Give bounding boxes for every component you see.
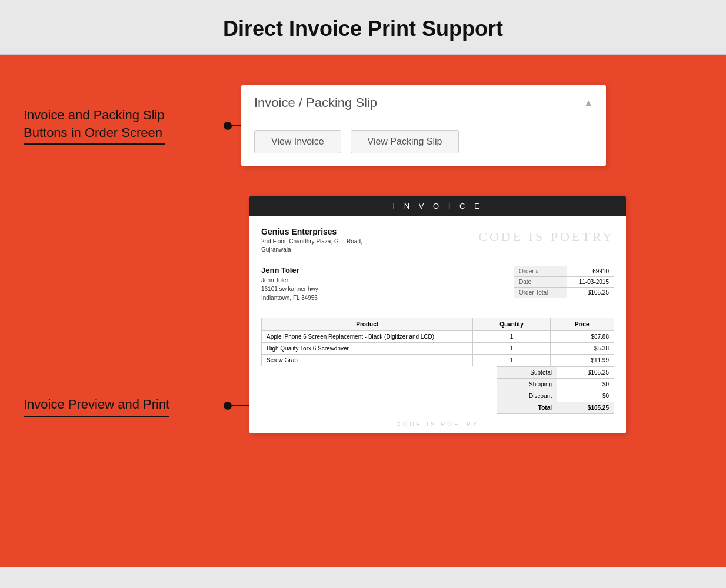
billing-addr-line1: Jenn Toler [261,277,288,283]
col-price: Price [550,318,614,331]
invoice-meta-section: Jenn Toler Jenn Toler 16101 sw kanner hw… [261,266,614,309]
main-content: Invoice and Packing Slip Buttons in Orde… [0,55,726,567]
bottom-label-text: Invoice Preview and Print [24,396,169,417]
item-price: $87.88 [550,331,614,343]
table-row: High Quality Torx 6 Screwdriver1$5.38 [262,343,614,355]
meta-value: $105.25 [567,288,614,298]
company-address-line1: 2nd Floor, Chaudhry Plaza, G.T. Road, [261,238,362,245]
total-value: $105.25 [557,367,614,379]
order-screen-widget: Invoice / Packing Slip ▲ View Invoice Vi… [241,85,606,166]
view-invoice-button[interactable]: View Invoice [254,130,341,153]
total-value: $105.25 [557,402,614,414]
meta-value: 69910 [567,266,614,277]
total-value: $0 [557,379,614,390]
total-row: Shipping$0 [497,379,614,390]
total-row: Subtotal$105.25 [497,367,614,379]
top-label-line2: Buttons in Order Screen [24,125,162,140]
invoice-logo-text: CODE IS POETRY [478,227,614,245]
meta-row: Date11-03-2015 [514,277,614,288]
total-label: Discount [497,390,557,402]
meta-row: Order #69910 [514,266,614,277]
table-row: Screw Grab1$11.99 [262,355,614,366]
meta-label: Date [514,277,567,288]
billing-name: Jenn Toler [261,266,318,275]
widget-arrow-icon: ▲ [584,98,593,108]
invoice-items-table: Product Quantity Price Apple iPhone 6 Sc… [261,318,614,366]
meta-label: Order Total [514,288,567,298]
total-value: $0 [557,390,614,402]
top-connector-dot [224,122,232,130]
item-product: High Quality Torx 6 Screwdriver [262,343,473,355]
invoice-company: Genius Enterprises 2nd Floor, Chaudhry P… [261,227,478,254]
company-address-line2: Gujranwala [261,246,291,253]
bottom-label-block: Invoice Preview and Print [24,196,224,417]
col-product: Product [262,318,473,331]
invoice-billing: Jenn Toler Jenn Toler 16101 sw kanner hw… [261,266,318,302]
bottom-section: Invoice Preview and Print I N V O I C E … [24,196,702,433]
top-connector-line [232,125,241,126]
meta-row: Order Total$105.25 [514,288,614,298]
meta-value: 11-03-2015 [567,277,614,288]
billing-addr-line3: Indiantown, FL 34956 [261,295,318,301]
billing-address: Jenn Toler 16101 sw kanner hwy Indiantow… [261,276,318,302]
top-label-block: Invoice and Packing Slip Buttons in Orde… [24,106,224,145]
company-address: 2nd Floor, Chaudhry Plaza, G.T. Road, Gu… [261,238,478,254]
invoice-header-bar: I N V O I C E [249,196,626,216]
widget-title: Invoice / Packing Slip [254,95,377,111]
top-label-text: Invoice and Packing Slip Buttons in Orde… [24,106,165,145]
bottom-connector-dot [224,402,232,410]
item-qty: 1 [473,331,550,343]
bottom-connector-line [232,405,249,406]
item-product: Screw Grab [262,355,473,366]
item-qty: 1 [473,343,550,355]
view-packing-slip-button[interactable]: View Packing Slip [351,130,459,153]
meta-label: Order # [514,266,567,277]
item-product: Apple iPhone 6 Screen Replacement - Blac… [262,331,473,343]
invoice-card: I N V O I C E Genius Enterprises 2nd Flo… [249,196,626,433]
top-connector [224,122,241,130]
company-name: Genius Enterprises [261,227,478,236]
invoice-totals-table: Subtotal$105.25Shipping$0Discount$0Total… [497,366,614,414]
table-row: Apple iPhone 6 Screen Replacement - Blac… [262,331,614,343]
total-row: Total$105.25 [497,402,614,414]
total-label: Total [497,402,557,414]
page-title: Direct Invoice Print Support [12,16,714,41]
page-header: Direct Invoice Print Support [0,0,726,55]
billing-addr-line2: 16101 sw kanner hwy [261,286,318,292]
top-section: Invoice and Packing Slip Buttons in Orde… [24,85,702,166]
invoice-body: Genius Enterprises 2nd Floor, Chaudhry P… [249,216,626,414]
total-label: Subtotal [497,367,557,379]
invoice-totals-row: Subtotal$105.25Shipping$0Discount$0Total… [261,366,614,414]
item-price: $5.38 [550,343,614,355]
items-table-header-row: Product Quantity Price [262,318,614,331]
invoice-footer: CODE IS POETRY [249,414,626,433]
total-label: Shipping [497,379,557,390]
invoice-top-row: Genius Enterprises 2nd Floor, Chaudhry P… [261,227,614,254]
col-quantity: Quantity [473,318,550,331]
bottom-connector [224,196,249,410]
item-price: $11.99 [550,355,614,366]
top-label-line1: Invoice and Packing Slip [24,108,165,122]
widget-buttons-area: View Invoice View Packing Slip [241,119,606,166]
widget-header: Invoice / Packing Slip ▲ [241,85,606,119]
total-row: Discount$0 [497,390,614,402]
invoice-meta-table: Order #69910Date11-03-2015Order Total$10… [514,266,614,298]
item-qty: 1 [473,355,550,366]
